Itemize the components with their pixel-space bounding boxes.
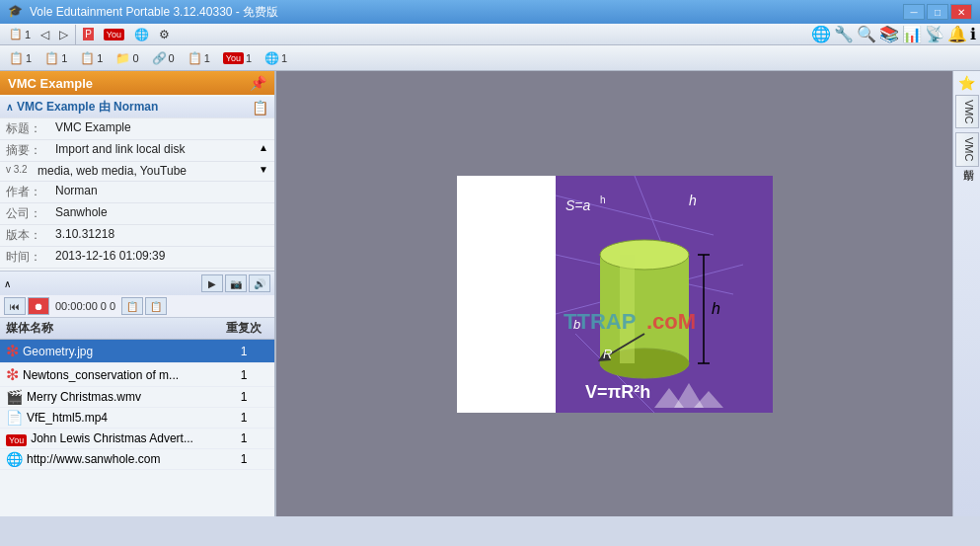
menu-item-1[interactable]: 📋1	[4, 26, 36, 42]
svg-text:S=a: S=a	[565, 197, 591, 213]
media-list-item[interactable]: YouJohn Lewis Christmas Advert...1	[0, 429, 274, 449]
menu-back[interactable]: ◁	[36, 26, 54, 43]
tb2-item-3[interactable]: 📋 1	[75, 49, 108, 67]
tb2-icon-6: 📋	[188, 51, 202, 65]
media-list-item[interactable]: 📄VfE_html5.mp41	[0, 408, 274, 429]
company-row: 公司： Sanwhole	[0, 203, 274, 225]
svg-text:V=πR²h: V=πR²h	[585, 382, 650, 402]
toolbar-icon-1[interactable]: 🌐	[811, 25, 831, 43]
menubar: 📋1 ◁ ▷ P You 🌐 ⚙ 🌐 🔧 🔍 📚 📊 📡 🔔 ℹ	[0, 24, 980, 45]
player-time: 00:00:00 0 0	[51, 300, 119, 312]
media-item-repeat: 1	[219, 390, 268, 404]
media-item-icon: You	[6, 430, 27, 446]
media-col-name-header: 媒体名称	[6, 320, 219, 337]
tb2-item-5[interactable]: 🔗 0	[147, 49, 180, 67]
title-row: 标题： VMC Example	[0, 118, 274, 140]
tb2-item-2[interactable]: 📋 1	[39, 49, 72, 67]
vmc-header-copy-icon[interactable]: 📋	[252, 100, 268, 116]
version-row: 版本： 3.10.31218	[0, 225, 274, 247]
summary-value2: media, web media, YouTube	[38, 164, 259, 178]
tb2-count-4: 0	[132, 52, 138, 64]
player-prev-button[interactable]: ⏮	[4, 297, 26, 315]
menu-youtube[interactable]: You	[99, 27, 129, 42]
summary-value: Import and link local disk	[55, 142, 259, 156]
screenshot-button[interactable]: 📷	[225, 274, 247, 292]
toolbar2: 📋 1 📋 1 📋 1 📁 0 🔗 0 📋 1 You 1 🌐 1	[0, 45, 980, 71]
summary-row: 摘要： Import and link local disk ▲	[0, 140, 274, 162]
tb2-icon-1: 📋	[9, 51, 24, 65]
window-controls: ─ □ ✕	[903, 4, 972, 20]
media-item-name: http://www.sanwhole.com	[27, 452, 219, 466]
toolbar-icon-4[interactable]: 📚	[879, 25, 899, 43]
toolbar-icon-5[interactable]: 📊	[902, 25, 922, 43]
menu-settings[interactable]: ⚙	[154, 26, 175, 43]
tb2-count-7: 1	[246, 52, 252, 64]
svg-text:TTRAP: TTRAP	[564, 309, 636, 334]
side-panel: ⭐ VMC频道 VMC帮助	[952, 71, 980, 516]
left-panel: VMC Example 📌 ∧ VMC Example 由 Norman 📋 标…	[0, 71, 276, 516]
title-value: VMC Example	[55, 120, 268, 134]
player-copy-button[interactable]: 📋	[121, 297, 143, 315]
media-list-item[interactable]: 🎬Merry Christmas.wmv1	[0, 387, 274, 408]
tb2-youtube[interactable]: You 1	[218, 50, 257, 66]
toolbar-icon-6[interactable]: 📡	[925, 25, 944, 43]
play-button[interactable]: ▶	[201, 274, 223, 292]
player-expand-icon: ∧	[4, 278, 11, 289]
right-panel: S=a h h b a	[276, 71, 952, 516]
tb2-item-1[interactable]: 📋 1	[4, 49, 37, 67]
media-item-icon: 🌐	[6, 451, 23, 467]
version-label: 版本：	[6, 227, 55, 244]
close-button[interactable]: ✕	[950, 4, 972, 20]
company-value: Sanwhole	[55, 205, 268, 219]
maximize-button[interactable]: □	[927, 4, 948, 20]
menu-portable[interactable]: P	[78, 26, 99, 42]
player-row2: ⏮ ⏺ 00:00:00 0 0 📋 📋	[0, 295, 274, 317]
media-list-item[interactable]: ❇Newtons_conservation of m...1	[0, 363, 274, 387]
vmc-help-button[interactable]: VMC帮助	[955, 132, 979, 166]
side-star-icon[interactable]: ⭐	[958, 75, 975, 91]
youtube-icon: You	[223, 52, 244, 64]
time-row: 时间： 2013-12-16 01:09:39	[0, 247, 274, 269]
media-item-icon: ❇	[6, 365, 19, 384]
media-item-name: VfE_html5.mp4	[27, 411, 219, 425]
minimize-button[interactable]: ─	[903, 4, 925, 20]
summary-up-arrow[interactable]: ▲	[259, 142, 268, 153]
vmc-header-row[interactable]: ∧ VMC Example 由 Norman 📋	[0, 97, 274, 118]
player-extra-button[interactable]: 📋	[145, 297, 167, 315]
tb2-count-3: 1	[97, 52, 103, 64]
tb2-count-1: 1	[26, 52, 32, 64]
svg-rect-0	[457, 176, 556, 413]
toolbar-icon-2[interactable]: 🔧	[834, 25, 854, 43]
svg-text:R: R	[603, 347, 612, 361]
summary-down-arrow[interactable]: ▼	[259, 164, 268, 175]
svg-text:h: h	[712, 300, 720, 317]
volume-button[interactable]: 🔊	[249, 274, 270, 292]
tb2-item-4[interactable]: 📁 0	[111, 49, 143, 67]
vmc-channel-button[interactable]: VMC频道	[955, 95, 979, 128]
pin-icon[interactable]: 📌	[250, 75, 266, 91]
link-icon: 🔗	[152, 51, 167, 65]
menu-forward[interactable]: ▷	[54, 26, 73, 43]
tb2-web[interactable]: 🌐 1	[260, 49, 292, 67]
player-controls-row: ∧ ▶ 📷 🔊	[0, 272, 274, 295]
media-list-item[interactable]: 🌐http://www.sanwhole.com1	[0, 449, 274, 470]
tb2-count-8: 1	[281, 52, 287, 64]
media-item-name: Merry Christmas.wmv	[27, 390, 219, 404]
toolbar-icon-3[interactable]: 🔍	[857, 25, 876, 43]
menu-web[interactable]: 🌐	[129, 26, 154, 43]
toolbar-icon-8[interactable]: ℹ	[970, 25, 976, 43]
svg-text:.coM: .coM	[646, 309, 696, 334]
media-item-icon: 🎬	[6, 389, 23, 405]
toolbar-icon-7[interactable]: 🔔	[947, 25, 967, 43]
player-record-button[interactable]: ⏺	[28, 297, 49, 315]
player-section: ∧ ▶ 📷 🔊 ⏮ ⏺ 00:00:00 0 0 📋 📋	[0, 272, 274, 318]
tb2-count-5: 0	[169, 52, 175, 64]
media-item-name: Newtons_conservation of m...	[23, 368, 219, 382]
media-list-item[interactable]: ❇Geometry.jpg1	[0, 340, 274, 363]
author-value: Norman	[55, 184, 268, 197]
tb2-item-6[interactable]: 📋 1	[183, 49, 215, 67]
company-label: 公司：	[6, 205, 55, 222]
panel-title: VMC Example	[8, 76, 93, 91]
sep	[75, 25, 76, 44]
summary-label: 摘要：	[6, 142, 55, 159]
